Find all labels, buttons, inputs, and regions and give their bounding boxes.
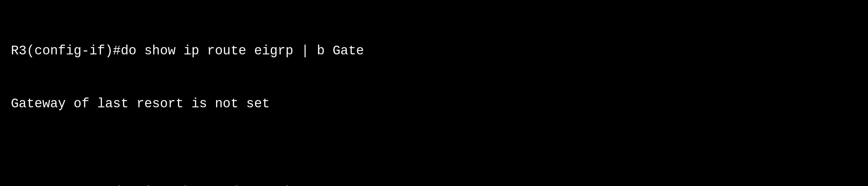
terminal-window[interactable]: R3(config-if)#do show ip route eigrp | b… <box>0 0 868 186</box>
terminal-line-2: Gateway of last resort is not set <box>11 95 857 113</box>
terminal-line-4: 1.0.0.0/32 is subnetted, 1 subnets <box>11 183 857 186</box>
terminal-line-1: R3(config-if)#do show ip route eigrp | b… <box>11 42 857 60</box>
